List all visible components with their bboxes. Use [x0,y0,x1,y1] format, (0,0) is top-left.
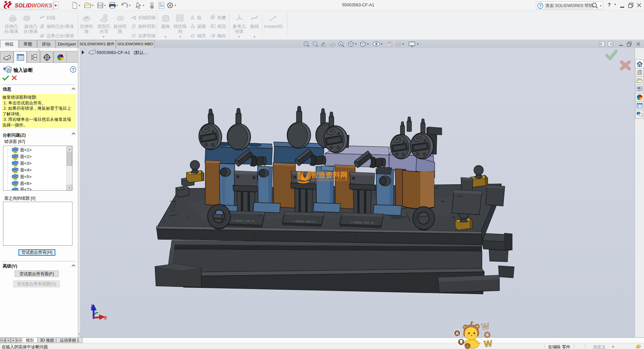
svg-text:面<6>: 面<6> [20,181,32,186]
svg-text:W: W [484,338,492,349]
svg-text:面<1>: 面<1> [20,148,32,152]
svg-text:A: A [455,331,459,336]
svg-text:I-S0R50-100-AL: I-S0R50-100-AL [292,220,316,224]
svg-text:面<5>: 面<5> [20,174,32,179]
svg-text:Z: Z [91,304,94,310]
svg-text:I-S0R50-100-AL: I-S0R50-100-AL [350,221,374,225]
svg-text:面<3>: 面<3> [20,161,32,166]
svg-text:?: ? [72,67,74,72]
svg-text:INTELLIGENT MANUFACTURING DATA: INTELLIGENT MANUFACTURING DATA [311,179,348,181]
svg-text:!: ! [15,150,16,153]
svg-text:I-S0R50-100-AL: I-S0R50-100-AL [231,219,256,223]
svg-text:面<4>: 面<4> [20,168,32,172]
svg-text:面<7>: 面<7> [20,187,32,190]
svg-text:55003563-CF-A1 (默认...: 55003563-CF-A1 (默认... [97,50,148,55]
svg-text:面<2>: 面<2> [20,154,32,159]
svg-text:X: X [104,315,107,321]
svg-text:?: ? [539,4,542,8]
svg-text:A: A [340,43,342,46]
svg-text:智造资料网: 智造资料网 [310,171,347,179]
